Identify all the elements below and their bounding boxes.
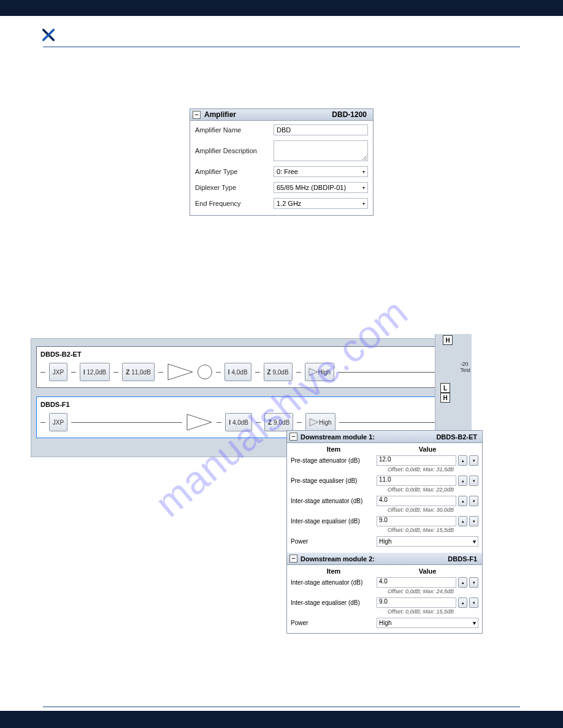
- pre-att-hint: Offset: 0,0dB; Max: 31,5dB: [291, 466, 478, 472]
- power-label: Power: [291, 620, 377, 626]
- equaliser-icon: Z: [267, 369, 271, 376]
- spin-up-button[interactable]: ▴: [458, 597, 467, 608]
- downstream-panel: − Downstream module 1: DBDS-B2-ET ItemVa…: [286, 430, 483, 634]
- downstream-1-body: ItemValue Pre-stage attenuator (dB)12.0▴…: [287, 443, 482, 553]
- spin-down-button[interactable]: ▾: [469, 455, 478, 466]
- logo-icon: [42, 28, 55, 42]
- int-att-label: Inter-stage attenuator (dB): [291, 579, 377, 586]
- spin-up-button[interactable]: ▴: [458, 496, 467, 506]
- int-eq-label: Inter-stage equaliser (dB): [291, 599, 377, 606]
- amplifier-type-select[interactable]: 0: Free▾: [274, 166, 368, 177]
- svg-marker-2: [187, 414, 212, 430]
- int-eq-value: 9,0dB: [274, 419, 289, 426]
- footer-rule: [43, 707, 520, 707]
- pre-att-block[interactable]: I 12,0dB: [80, 363, 110, 381]
- power-value: High: [318, 369, 331, 376]
- int-eq-hint: Offset: 0,0dB; Max: 15,5dB: [291, 609, 478, 615]
- int-eq-block[interactable]: Z 9,0dB: [264, 413, 293, 431]
- chevron-down-icon: ▾: [362, 201, 365, 207]
- amplifier-icon: [186, 413, 213, 431]
- int-eq-input[interactable]: 9.0: [377, 597, 456, 608]
- spin-up-button[interactable]: ▴: [458, 476, 467, 486]
- pre-att-label: Pre-stage attenuator (dB): [291, 457, 377, 464]
- int-att-hint: Offset: 0,0dB; Max: 24,5dB: [291, 588, 478, 594]
- int-att-input[interactable]: 4.0: [377, 496, 456, 506]
- power-value: High: [379, 620, 392, 626]
- pre-att-input[interactable]: 12.0: [377, 455, 456, 466]
- pre-att-value: 12,0dB: [87, 369, 107, 376]
- col-item: Item: [291, 446, 377, 453]
- power-block[interactable]: High: [305, 363, 335, 381]
- amplifier-desc-label: Amplifier Description: [195, 147, 274, 154]
- pre-eq-block[interactable]: Z 11,0dB: [122, 363, 155, 381]
- equaliser-icon: Z: [268, 419, 272, 426]
- downstream-1-module: DBDS-B2-ET: [436, 433, 480, 441]
- collapse-icon[interactable]: −: [289, 555, 297, 563]
- amplifier-panel-header[interactable]: − Amplifier DBD-1200: [190, 109, 373, 121]
- int-att-block[interactable]: I 4,0dB: [224, 363, 251, 381]
- power-select[interactable]: High▾: [377, 618, 478, 628]
- amplifier-name-label: Amplifier Name: [195, 126, 274, 134]
- int-att-hint: Offset: 0,0dB; Max: 30,0dB: [291, 507, 478, 513]
- svg-marker-1: [309, 368, 318, 376]
- attenuator-icon: I: [228, 369, 230, 376]
- spin-up-button[interactable]: ▴: [458, 516, 467, 526]
- int-att-value: 4,0dB: [232, 419, 248, 426]
- int-eq-label: Inter-stage equaliser (dB): [291, 518, 377, 525]
- pre-eq-label: Pre-stage equaliser (dB): [291, 477, 377, 484]
- spin-down-button[interactable]: ▾: [469, 476, 478, 486]
- spin-down-button[interactable]: ▾: [469, 577, 478, 588]
- spin-down-button[interactable]: ▾: [469, 496, 478, 506]
- pre-eq-value: 11,0dB: [131, 369, 151, 376]
- end-frequency-select[interactable]: 1.2 GHz▾: [274, 198, 368, 209]
- collapse-icon[interactable]: −: [193, 111, 201, 119]
- module-1-box[interactable]: DBDS-B2-ET JXP I 12,0dB Z 11,0dB I 4,0dB…: [36, 346, 454, 388]
- spin-up-button[interactable]: ▴: [458, 455, 467, 466]
- diplexer-type-select[interactable]: 65/85 MHz (DBDIP-01)▾: [274, 182, 368, 193]
- spin-up-button[interactable]: ▴: [458, 577, 467, 588]
- amplifier-panel-model: DBD-1200: [332, 110, 370, 119]
- downstream-2-module: DBDS-F1: [448, 555, 480, 563]
- amplifier-desc-input[interactable]: [274, 140, 368, 161]
- int-eq-block[interactable]: Z 9,0dB: [264, 363, 293, 381]
- downstream-2-title: Downstream module 2:: [301, 555, 375, 563]
- module-1-chain: JXP I 12,0dB Z 11,0dB I 4,0dB Z 9,0dB Hi…: [40, 363, 450, 381]
- amplifier-name-input[interactable]: [274, 124, 368, 135]
- pre-eq-input[interactable]: 11.0: [377, 476, 456, 486]
- svg-marker-3: [310, 419, 318, 426]
- downstream-1-title: Downstream module 1:: [301, 433, 375, 441]
- jxp-block[interactable]: JXP: [49, 363, 67, 381]
- end-frequency-label: End Frequency: [195, 200, 274, 207]
- power-block[interactable]: High: [305, 413, 335, 431]
- amplifier-panel-body: Amplifier Name Amplifier Description Amp…: [190, 121, 373, 215]
- attenuator-icon: I: [229, 419, 231, 426]
- l-port-icon: L: [440, 383, 450, 393]
- spin-down-button[interactable]: ▾: [469, 516, 478, 526]
- amplifier-icon: [167, 363, 194, 381]
- col-value: Value: [377, 567, 478, 575]
- module-2-title: DBDS-F1: [40, 401, 450, 408]
- h-port-icon: H: [440, 393, 450, 403]
- chevron-down-icon: ▾: [473, 538, 476, 545]
- int-att-block[interactable]: I 4,0dB: [225, 413, 252, 431]
- pre-eq-hint: Offset: 0,0dB; Max: 22,0dB: [291, 487, 478, 493]
- chevron-down-icon: ▾: [362, 169, 365, 175]
- power-value: High: [319, 419, 332, 426]
- int-att-value: 4,0dB: [231, 369, 247, 376]
- attenuator-icon: I: [83, 369, 85, 376]
- jxp-block[interactable]: JXP: [49, 413, 67, 431]
- page-content: − Amplifier DBD-1200 Amplifier Name Ampl…: [0, 16, 563, 681]
- collapse-icon[interactable]: −: [289, 433, 297, 441]
- int-eq-input[interactable]: 9.0: [377, 516, 456, 526]
- amplifier-panel-title: Amplifier: [204, 110, 236, 119]
- downstream-1-header[interactable]: − Downstream module 1: DBDS-B2-ET: [287, 431, 482, 443]
- power-value: High: [379, 538, 392, 545]
- amplifier-panel: − Amplifier DBD-1200 Amplifier Name Ampl…: [190, 108, 373, 216]
- h-port-icon: H: [443, 335, 453, 345]
- chevron-down-icon: ▾: [362, 185, 365, 191]
- downstream-2-header[interactable]: − Downstream module 2: DBDS-F1: [287, 553, 482, 565]
- spin-down-button[interactable]: ▾: [469, 597, 478, 608]
- int-eq-value: 9,0dB: [272, 369, 288, 376]
- int-att-input[interactable]: 4.0: [377, 577, 456, 588]
- power-select[interactable]: High▾: [377, 536, 478, 547]
